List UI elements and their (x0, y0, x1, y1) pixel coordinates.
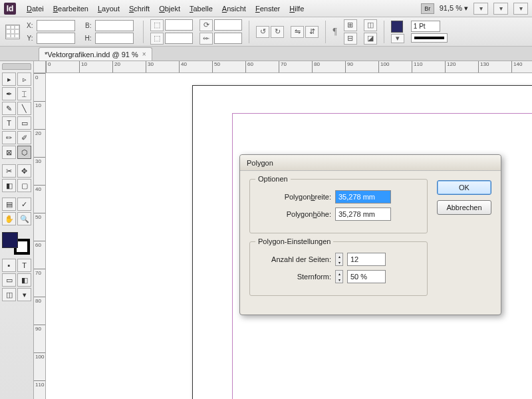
h-field[interactable] (95, 33, 134, 44)
ruler-origin[interactable] (34, 61, 46, 73)
polygon-dialog: Polygon Optionen Polygonbreite: 35,278 m… (239, 154, 501, 315)
star-spinner[interactable]: ▴▾ (335, 270, 343, 283)
options-fieldset: Optionen Polygonbreite: 35,278 mm Polygo… (249, 179, 428, 233)
menu-type[interactable]: Schrift (125, 3, 154, 15)
menu-window[interactable]: Fenster (251, 3, 284, 15)
ok-button[interactable]: OK (437, 180, 491, 195)
w-field[interactable] (95, 20, 134, 31)
arrange-dropdown[interactable]: ▾ (513, 3, 528, 15)
horizontal-ruler[interactable]: 0102030405060708090100110120130140 (46, 61, 532, 73)
tab-title: *Vektorgrafiken.indd @ 91 % (45, 51, 138, 59)
pen-tool[interactable]: ✒ (2, 87, 16, 100)
apply-text-icon[interactable]: T (17, 259, 31, 272)
fill-stroke-control[interactable] (2, 232, 30, 255)
menu-file[interactable]: DDateiatei (23, 3, 48, 15)
normal-view-icon[interactable]: ▭ (2, 273, 16, 287)
w-label: B: (84, 22, 92, 29)
direct-selection-tool[interactable]: ▹ (17, 72, 31, 86)
sides-spinner[interactable]: ▴▾ (335, 253, 343, 266)
settings-fieldset: Polygon-Einstellungen Anzahl der Seiten:… (249, 241, 428, 296)
line-tool[interactable]: ╲ (17, 102, 31, 115)
dialog-titlebar[interactable]: Polygon (240, 155, 501, 171)
x-field[interactable] (37, 20, 75, 31)
dialog-title-text: Polygon (247, 159, 273, 167)
bridge-button[interactable]: Br (421, 3, 434, 14)
y-field[interactable] (37, 33, 75, 44)
vertical-ruler[interactable]: 0102030405060708090100110120 (34, 73, 46, 399)
scale-y-icon[interactable]: ⬚ (150, 33, 164, 45)
scale-x-field[interactable] (165, 19, 193, 31)
type-tool[interactable]: ⌶ (17, 87, 31, 100)
options-legend: Optionen (255, 175, 291, 183)
frame-tool[interactable]: ▭ (17, 116, 31, 130)
zoom-tool[interactable]: 🔍 (17, 212, 31, 225)
button-tool[interactable]: ▢ (17, 179, 31, 192)
screen-mode-dropdown[interactable]: ▾ (493, 3, 508, 15)
cancel-button[interactable]: Abbrechen (437, 200, 491, 215)
scale-x-icon[interactable]: ⬚ (150, 19, 164, 31)
brush-tool[interactable]: ✐ (17, 131, 31, 144)
app-icon: Id (4, 3, 16, 15)
scissors-tool[interactable]: ✂ (2, 164, 16, 178)
type-on-path-tool[interactable]: T (2, 116, 16, 130)
polygon-tool[interactable]: ⬡ (17, 146, 31, 159)
rotate-field[interactable] (214, 19, 242, 31)
rotate-icon[interactable]: ⟳ (200, 19, 213, 31)
view-mode-dropdown[interactable]: ▾ (473, 3, 488, 15)
tab-close-icon[interactable]: × (142, 51, 146, 58)
eyedropper-tool[interactable]: ✓ (17, 198, 31, 211)
star-label: Sternform: (258, 273, 331, 281)
shear-icon[interactable]: ⬰ (200, 33, 213, 45)
sides-label: Anzahl der Seiten: (258, 255, 331, 263)
flip-v-icon[interactable]: ⇵ (305, 26, 319, 38)
shear-field[interactable] (214, 33, 242, 44)
free-transform-tool[interactable]: ✥ (17, 164, 31, 178)
preview-view-icon[interactable]: ◧ (17, 273, 31, 287)
menu-table[interactable]: Tabelle (186, 3, 217, 15)
toolbox: ▸ ▹ ✒ ⌶ ✎ ╲ T ▭ ✏ ✐ ⊠ ⬡ ✂ ✥ ◧ ▢ (0, 61, 34, 399)
document-tab[interactable]: *Vektorgrafiken.indd @ 91 % × (39, 47, 152, 61)
stroke-weight-field[interactable]: 1 Pt (411, 21, 440, 32)
reference-point-grid[interactable] (5, 25, 20, 39)
paragraph-style-icon[interactable]: ¶ (332, 27, 336, 37)
star-input[interactable]: 50 % (347, 270, 386, 283)
sides-input[interactable]: 12 (347, 253, 386, 266)
rotate-cw-icon[interactable]: ↻ (271, 26, 284, 38)
polygon-width-label: Polygonbreite: (258, 193, 331, 201)
document-tabbar: *Vektorgrafiken.indd @ 91 % × (0, 47, 532, 61)
scale-y-field[interactable] (165, 33, 193, 44)
screen-mode-icon[interactable]: ◫ (2, 288, 16, 301)
h-label: H: (84, 35, 92, 42)
rectangle-frame-tool[interactable]: ⊠ (2, 146, 16, 159)
screen-mode-icon-2[interactable]: ▾ (17, 288, 31, 301)
polygon-height-input[interactable]: 35,278 mm (335, 207, 391, 221)
pencil-tool-2[interactable]: ✏ (2, 131, 16, 144)
flip-h-icon[interactable]: ⇋ (291, 26, 304, 38)
rotate-ccw-icon[interactable]: ↺ (256, 26, 269, 38)
fill-dropdown-icon[interactable]: ▾ (391, 34, 404, 43)
y-label: Y: (27, 35, 34, 42)
stroke-style-dropdown[interactable] (411, 33, 448, 43)
gradient-tool[interactable]: ◧ (2, 179, 16, 192)
menu-object[interactable]: Objekt (155, 3, 184, 15)
menu-view[interactable]: Ansicht (218, 3, 250, 15)
wrap-icon-1[interactable]: ◫ (364, 19, 377, 31)
wrap-icon-2[interactable]: ◪ (364, 33, 377, 45)
menu-layout[interactable]: Layout (94, 3, 124, 15)
note-tool[interactable]: ▤ (2, 198, 16, 211)
settings-legend: Polygon-Einstellungen (255, 237, 333, 245)
apply-color-icon[interactable]: ▪ (2, 259, 16, 272)
zoom-level[interactable]: 91,5 % ▾ (440, 4, 468, 13)
align-icon-1[interactable]: ⊞ (344, 19, 357, 31)
polygon-height-label: Polygonhöhe: (258, 210, 331, 218)
align-icon-2[interactable]: ⊟ (344, 33, 357, 45)
x-label: X: (27, 22, 34, 29)
hand-tool[interactable]: ✋ (2, 212, 16, 225)
menu-edit[interactable]: Bearbeiten (49, 3, 92, 15)
polygon-width-input[interactable]: 35,278 mm (335, 190, 391, 203)
selection-tool[interactable]: ▸ (2, 72, 16, 86)
toolbox-handle[interactable] (2, 63, 31, 70)
pencil-tool[interactable]: ✎ (2, 102, 16, 115)
menu-help[interactable]: Hilfe (285, 3, 308, 15)
fill-swatch[interactable] (391, 21, 403, 33)
